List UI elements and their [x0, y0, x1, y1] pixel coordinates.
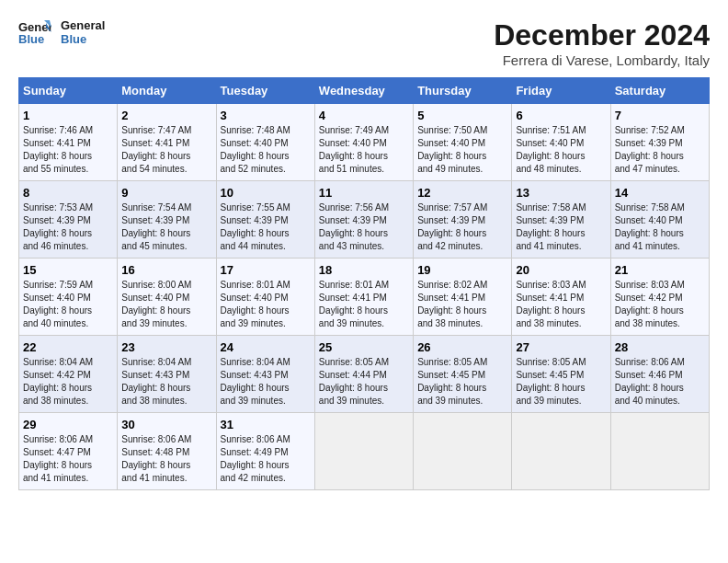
day-info: Sunrise: 8:05 AMSunset: 4:45 PMDaylight:… [516, 356, 606, 408]
day-number: 7 [615, 109, 705, 122]
table-row: 21 Sunrise: 8:03 AMSunset: 4:42 PMDaylig… [610, 259, 709, 336]
table-row [512, 413, 610, 490]
day-number: 24 [221, 340, 311, 354]
table-row: 3 Sunrise: 7:48 AMSunset: 4:40 PMDayligh… [216, 104, 314, 181]
day-number: 16 [121, 263, 211, 277]
day-number: 25 [319, 340, 409, 354]
table-row: 19 Sunrise: 8:02 AMSunset: 4:41 PMDaylig… [414, 259, 512, 336]
day-info: Sunrise: 8:04 AMSunset: 4:42 PMDaylight:… [23, 356, 113, 408]
day-number: 20 [516, 263, 606, 277]
day-number: 11 [319, 186, 409, 200]
page-header: General Blue General Blue December 2024 … [18, 18, 710, 68]
day-info: Sunrise: 7:55 AMSunset: 4:39 PMDaylight:… [221, 201, 311, 253]
day-number: 12 [417, 186, 507, 200]
day-number: 14 [615, 186, 705, 200]
day-info: Sunrise: 8:01 AMSunset: 4:41 PMDaylight:… [319, 279, 409, 330]
table-row: 26 Sunrise: 8:05 AMSunset: 4:45 PMDaylig… [414, 336, 512, 413]
table-row: 25 Sunrise: 8:05 AMSunset: 4:44 PMDaylig… [314, 336, 413, 413]
day-number: 9 [121, 186, 211, 200]
day-number: 21 [615, 263, 705, 277]
day-info: Sunrise: 8:05 AMSunset: 4:45 PMDaylight:… [417, 356, 507, 408]
day-info: Sunrise: 7:51 AMSunset: 4:40 PMDaylight:… [516, 124, 606, 176]
table-row: 12 Sunrise: 7:57 AMSunset: 4:39 PMDaylig… [414, 181, 512, 259]
day-number: 29 [23, 418, 113, 431]
table-row: 15 Sunrise: 7:59 AMSunset: 4:40 PMDaylig… [19, 259, 118, 336]
table-row: 6 Sunrise: 7:51 AMSunset: 4:40 PMDayligh… [512, 104, 610, 181]
day-info: Sunrise: 8:06 AMSunset: 4:48 PMDaylight:… [121, 433, 211, 485]
day-info: Sunrise: 8:06 AMSunset: 4:49 PMDaylight:… [221, 433, 311, 485]
day-info: Sunrise: 7:48 AMSunset: 4:40 PMDaylight:… [221, 124, 311, 176]
table-row: 17 Sunrise: 8:01 AMSunset: 4:40 PMDaylig… [216, 259, 314, 336]
table-row: 8 Sunrise: 7:53 AMSunset: 4:39 PMDayligh… [19, 181, 118, 259]
day-number: 23 [121, 340, 211, 354]
table-row: 10 Sunrise: 7:55 AMSunset: 4:39 PMDaylig… [216, 181, 314, 259]
day-number: 17 [221, 263, 311, 277]
month-title: December 2024 [494, 18, 710, 52]
table-row: 1 Sunrise: 7:46 AMSunset: 4:41 PMDayligh… [19, 104, 118, 181]
day-number: 27 [516, 340, 606, 354]
day-number: 2 [121, 109, 211, 122]
day-info: Sunrise: 8:03 AMSunset: 4:42 PMDaylight:… [615, 279, 705, 330]
day-header-wednesday: Wednesday [314, 78, 413, 104]
day-header-monday: Monday [118, 78, 216, 104]
table-row: 11 Sunrise: 7:56 AMSunset: 4:39 PMDaylig… [314, 181, 413, 259]
logo-line1: General [61, 18, 105, 32]
day-number: 1 [23, 109, 113, 122]
day-number: 3 [221, 109, 311, 122]
day-header-tuesday: Tuesday [216, 78, 314, 104]
day-header-sunday: Sunday [19, 78, 118, 104]
table-row: 27 Sunrise: 8:05 AMSunset: 4:45 PMDaylig… [512, 336, 610, 413]
day-number: 22 [23, 340, 113, 354]
title-area: December 2024 Ferrera di Varese, Lombard… [494, 18, 710, 68]
day-header-saturday: Saturday [610, 78, 709, 104]
day-info: Sunrise: 7:53 AMSunset: 4:39 PMDaylight:… [23, 201, 113, 253]
table-row: 28 Sunrise: 8:06 AMSunset: 4:46 PMDaylig… [610, 336, 709, 413]
table-row: 18 Sunrise: 8:01 AMSunset: 4:41 PMDaylig… [314, 259, 413, 336]
table-row: 5 Sunrise: 7:50 AMSunset: 4:40 PMDayligh… [414, 104, 512, 181]
day-number: 4 [319, 109, 409, 122]
day-info: Sunrise: 8:06 AMSunset: 4:46 PMDaylight:… [615, 356, 705, 408]
day-info: Sunrise: 7:58 AMSunset: 4:39 PMDaylight:… [516, 201, 606, 253]
svg-text:Blue: Blue [18, 32, 44, 46]
table-row: 20 Sunrise: 8:03 AMSunset: 4:41 PMDaylig… [512, 259, 610, 336]
day-number: 19 [417, 263, 507, 277]
table-row [610, 413, 709, 490]
day-info: Sunrise: 8:04 AMSunset: 4:43 PMDaylight:… [221, 356, 311, 408]
table-row: 2 Sunrise: 7:47 AMSunset: 4:41 PMDayligh… [118, 104, 216, 181]
location: Ferrera di Varese, Lombardy, Italy [494, 52, 710, 68]
day-info: Sunrise: 7:58 AMSunset: 4:40 PMDaylight:… [615, 201, 705, 253]
table-row: 9 Sunrise: 7:54 AMSunset: 4:39 PMDayligh… [118, 181, 216, 259]
table-row: 24 Sunrise: 8:04 AMSunset: 4:43 PMDaylig… [216, 336, 314, 413]
day-info: Sunrise: 7:49 AMSunset: 4:40 PMDaylight:… [319, 124, 409, 176]
table-row: 23 Sunrise: 8:04 AMSunset: 4:43 PMDaylig… [118, 336, 216, 413]
table-row [414, 413, 512, 490]
calendar-table: SundayMondayTuesdayWednesdayThursdayFrid… [18, 77, 710, 490]
day-info: Sunrise: 8:01 AMSunset: 4:40 PMDaylight:… [221, 279, 311, 330]
day-number: 18 [319, 263, 409, 277]
day-info: Sunrise: 7:54 AMSunset: 4:39 PMDaylight:… [121, 201, 211, 253]
day-info: Sunrise: 7:57 AMSunset: 4:39 PMDaylight:… [417, 201, 507, 253]
table-row: 14 Sunrise: 7:58 AMSunset: 4:40 PMDaylig… [610, 181, 709, 259]
day-info: Sunrise: 7:50 AMSunset: 4:40 PMDaylight:… [417, 124, 507, 176]
day-info: Sunrise: 7:56 AMSunset: 4:39 PMDaylight:… [319, 201, 409, 253]
day-info: Sunrise: 7:59 AMSunset: 4:40 PMDaylight:… [23, 279, 113, 330]
day-number: 30 [121, 418, 211, 431]
table-row: 13 Sunrise: 7:58 AMSunset: 4:39 PMDaylig… [512, 181, 610, 259]
table-row [314, 413, 413, 490]
day-info: Sunrise: 8:04 AMSunset: 4:43 PMDaylight:… [121, 356, 211, 408]
day-number: 10 [221, 186, 311, 200]
day-info: Sunrise: 7:52 AMSunset: 4:39 PMDaylight:… [615, 124, 705, 176]
table-row: 31 Sunrise: 8:06 AMSunset: 4:49 PMDaylig… [216, 413, 314, 490]
table-row: 30 Sunrise: 8:06 AMSunset: 4:48 PMDaylig… [118, 413, 216, 490]
day-number: 13 [516, 186, 606, 200]
logo: General Blue General Blue [18, 18, 105, 46]
table-row: 4 Sunrise: 7:49 AMSunset: 4:40 PMDayligh… [314, 104, 413, 181]
day-header-friday: Friday [512, 78, 610, 104]
day-info: Sunrise: 8:05 AMSunset: 4:44 PMDaylight:… [319, 356, 409, 408]
day-info: Sunrise: 8:06 AMSunset: 4:47 PMDaylight:… [23, 433, 113, 485]
day-number: 8 [23, 186, 113, 200]
day-info: Sunrise: 7:47 AMSunset: 4:41 PMDaylight:… [121, 124, 211, 176]
logo-icon: General Blue [18, 18, 51, 46]
day-number: 15 [23, 263, 113, 277]
day-number: 5 [417, 109, 507, 122]
